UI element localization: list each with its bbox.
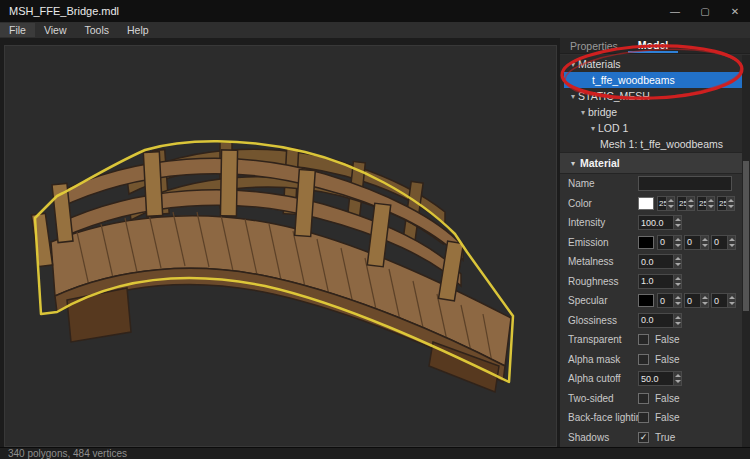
prop-label-roughness: Roughness	[568, 276, 619, 287]
color-r-spinner[interactable]: 25	[657, 196, 675, 211]
window-title: MSH_FFE_Bridge.mdl	[0, 5, 119, 17]
prop-label-specular: Specular	[568, 295, 607, 306]
prop-label-shadows: Shadows	[568, 432, 609, 443]
section-collapse-icon[interactable]: ▾	[568, 159, 578, 168]
prop-row-shadows: Shadows ✓ True	[560, 428, 742, 448]
prop-row-transparent: Transparent False	[560, 330, 742, 350]
emission-r-spinner[interactable]: 0	[657, 235, 682, 250]
tree-item-materials[interactable]: ▾ Materials	[560, 56, 742, 72]
prop-label-two-sided: Two-sided	[568, 393, 614, 404]
emission-b-spinner[interactable]: 0	[711, 235, 736, 250]
color-b-spinner[interactable]: 25	[697, 196, 715, 211]
material-properties: Name Color 25 25 25 25 Intensity 100.	[560, 174, 742, 447]
tree-item-label: Materials	[578, 58, 621, 70]
maximize-button[interactable]: ▢	[690, 0, 720, 22]
prop-row-name: Name	[560, 174, 742, 194]
metalness-spinner[interactable]: 0.0	[638, 254, 682, 269]
color-g-spinner[interactable]: 25	[677, 196, 695, 211]
spinner-arrows-icon[interactable]	[673, 255, 681, 268]
tree-item-static-mesh[interactable]: ▾ STATIC_MESH	[560, 88, 742, 104]
tree-item-label: t_ffe_woodbeams	[592, 74, 675, 86]
tree-item-bridge[interactable]: ▾ bridge	[560, 104, 742, 120]
tree-expand-icon[interactable]: ▾	[568, 60, 578, 69]
spinner-arrows-icon[interactable]	[706, 197, 714, 210]
spinner-arrows-icon[interactable]	[673, 372, 681, 385]
prop-row-alpha-cutoff: Alpha cutoff 50.0	[560, 369, 742, 389]
prop-row-backface-lighting: Back-face lighting False	[560, 408, 742, 428]
prop-label-intensity: Intensity	[568, 217, 605, 228]
material-section-header[interactable]: ▾ Material	[560, 152, 742, 174]
tree-item-material-woodbeams[interactable]: t_ffe_woodbeams	[564, 72, 742, 88]
material-section-title: Material	[580, 157, 620, 169]
prop-label-backface-lighting: Back-face lighting	[568, 412, 647, 423]
prop-label-name: Name	[568, 178, 595, 189]
prop-row-color: Color 25 25 25 25	[560, 194, 742, 214]
spinner-arrows-icon[interactable]	[673, 216, 681, 229]
menu-tools[interactable]: Tools	[76, 23, 119, 37]
app-window: MSH_FFE_Bridge.mdl — ▢ ✕ File View Tools…	[0, 0, 750, 459]
roughness-spinner[interactable]: 1.0	[638, 274, 682, 289]
specular-g-spinner[interactable]: 0	[684, 293, 709, 308]
spinner-arrows-icon[interactable]	[686, 197, 694, 210]
specular-swatch[interactable]	[638, 294, 654, 307]
spinner-arrows-icon[interactable]	[673, 314, 681, 327]
status-bar: 340 polygons, 484 vertices	[0, 447, 750, 459]
viewport-3d[interactable]	[4, 45, 557, 447]
emission-swatch[interactable]	[638, 236, 654, 249]
prop-row-glossiness: Glossiness 0.0	[560, 311, 742, 331]
menu-view[interactable]: View	[35, 23, 76, 37]
tree-expand-icon[interactable]: ▾	[578, 108, 588, 117]
alpha-mask-value: False	[655, 354, 679, 365]
spinner-arrows-icon[interactable]	[726, 197, 734, 210]
intensity-spinner[interactable]: 100.0	[638, 215, 682, 230]
shadows-checkbox[interactable]: ✓	[638, 432, 649, 443]
minimize-button[interactable]: —	[660, 0, 690, 22]
transparent-checkbox[interactable]	[638, 334, 649, 345]
panel-tabs: Properties Model	[560, 38, 750, 54]
name-input[interactable]	[638, 176, 732, 191]
color-swatch[interactable]	[638, 197, 654, 210]
tree-expand-icon[interactable]: ▾	[568, 92, 578, 101]
prop-row-intensity: Intensity 100.0	[560, 213, 742, 233]
spinner-arrows-icon[interactable]	[666, 197, 674, 210]
properties-panel: Properties Model ▾ Materials t_ffe_woodb…	[560, 38, 750, 447]
status-text: 340 polygons, 484 vertices	[0, 448, 127, 459]
specular-b-spinner[interactable]: 0	[711, 293, 736, 308]
menu-help[interactable]: Help	[118, 23, 158, 37]
menu-file[interactable]: File	[0, 23, 35, 37]
spinner-arrows-icon[interactable]	[700, 236, 708, 249]
alpha-mask-checkbox[interactable]	[638, 354, 649, 365]
bridge-model[interactable]	[5, 46, 556, 446]
alpha-cutoff-spinner[interactable]: 50.0	[638, 371, 682, 386]
panel-scrollbar[interactable]	[742, 55, 750, 447]
specular-r-spinner[interactable]: 0	[657, 293, 682, 308]
spinner-arrows-icon[interactable]	[673, 294, 681, 307]
prop-row-metalness: Metalness 0.0	[560, 252, 742, 272]
prop-row-two-sided: Two-sided False	[560, 389, 742, 409]
spinner-arrows-icon[interactable]	[727, 294, 735, 307]
prop-row-specular: Specular 0 0 0	[560, 291, 742, 311]
close-button[interactable]: ✕	[720, 0, 750, 22]
tree-item-label: STATIC_MESH	[578, 90, 650, 102]
spinner-arrows-icon[interactable]	[727, 236, 735, 249]
spinner-arrows-icon[interactable]	[700, 294, 708, 307]
title-bar: MSH_FFE_Bridge.mdl — ▢ ✕	[0, 0, 750, 22]
emission-g-spinner[interactable]: 0	[684, 235, 709, 250]
glossiness-spinner[interactable]: 0.0	[638, 313, 682, 328]
transparent-value: False	[655, 334, 679, 345]
tree-item-label: Mesh 1: t_ffe_woodbeams	[600, 138, 723, 150]
tree-item-lod1[interactable]: ▾ LOD 1	[560, 120, 742, 136]
spinner-arrows-icon[interactable]	[673, 236, 681, 249]
color-a-spinner[interactable]: 25	[717, 196, 735, 211]
tree-expand-icon[interactable]: ▾	[588, 124, 598, 133]
tab-properties[interactable]: Properties	[560, 38, 628, 53]
tree-item-mesh1[interactable]: Mesh 1: t_ffe_woodbeams	[560, 136, 742, 152]
prop-label-emission: Emission	[568, 237, 609, 248]
backface-lighting-checkbox[interactable]	[638, 412, 649, 423]
spinner-arrows-icon[interactable]	[673, 275, 681, 288]
scrollbar-thumb[interactable]	[743, 161, 749, 311]
two-sided-checkbox[interactable]	[638, 393, 649, 404]
two-sided-value: False	[655, 393, 679, 404]
model-tree: ▾ Materials t_ffe_woodbeams ▾ STATIC_MES…	[560, 55, 742, 152]
tab-model[interactable]: Model	[628, 38, 678, 53]
